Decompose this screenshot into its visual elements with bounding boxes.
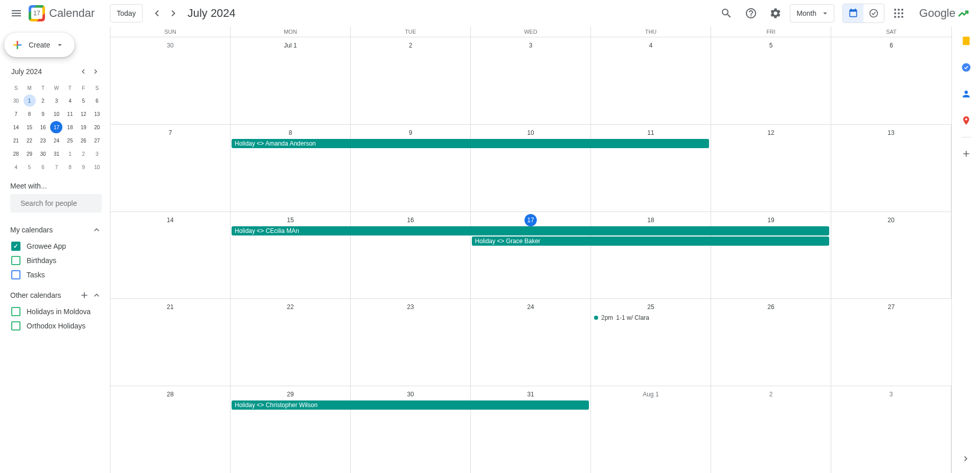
mini-day-cell[interactable]: 17	[50, 121, 62, 133]
mini-day-cell[interactable]: 4	[64, 94, 76, 107]
mini-day-cell[interactable]: 2	[77, 148, 89, 160]
mini-day-cell[interactable]: 6	[91, 94, 103, 107]
calendar-checkbox[interactable]	[11, 256, 20, 265]
mini-day-cell[interactable]: 11	[64, 108, 76, 120]
day-cell[interactable]: 21	[110, 299, 231, 386]
mini-day-cell[interactable]: 30	[10, 94, 22, 107]
day-cell[interactable]: 19	[711, 212, 831, 299]
timed-event[interactable]: 2pm1-1 w/ Clara	[591, 313, 711, 322]
today-button[interactable]: Today	[110, 4, 142, 22]
day-cell[interactable]: Aug 1	[591, 386, 711, 473]
mini-day-cell[interactable]: 20	[91, 121, 103, 133]
mini-day-cell[interactable]: 8	[24, 108, 36, 120]
day-cell[interactable]: 30	[110, 37, 231, 124]
mini-day-cell[interactable]: 28	[10, 148, 22, 160]
day-cell[interactable]: 30	[351, 386, 471, 473]
mini-day-cell[interactable]: 7	[50, 161, 62, 173]
mini-day-cell[interactable]: 15	[24, 121, 36, 133]
day-cell[interactable]: 20	[831, 212, 951, 299]
calendar-item[interactable]: Birthdays	[10, 253, 102, 268]
day-cell[interactable]: 7	[110, 125, 231, 211]
all-day-event[interactable]: Holiday <> Amanda Anderson	[232, 139, 709, 148]
day-cell[interactable]: 26	[711, 299, 831, 386]
day-cell[interactable]: 3	[471, 37, 591, 124]
mini-day-cell[interactable]: 4	[10, 161, 22, 173]
day-cell[interactable]: 24	[471, 299, 591, 386]
settings-button[interactable]	[765, 3, 786, 23]
mini-day-cell[interactable]: 5	[77, 94, 89, 107]
day-cell[interactable]: 3	[831, 386, 951, 473]
mini-day-cell[interactable]: 5	[24, 161, 36, 173]
mini-day-cell[interactable]: 18	[64, 121, 76, 133]
maps-button[interactable]	[956, 110, 976, 131]
calendar-view-toggle[interactable]	[843, 4, 863, 22]
day-cell[interactable]: Jul 1	[231, 37, 351, 124]
day-cell[interactable]: 12	[711, 125, 831, 211]
collapse-panel-button[interactable]	[958, 451, 974, 467]
day-cell[interactable]: 16	[351, 212, 471, 299]
mini-day-cell[interactable]: 6	[37, 161, 49, 173]
day-cell[interactable]: 23	[351, 299, 471, 386]
day-cell[interactable]: 11	[591, 125, 711, 211]
calendar-checkbox[interactable]	[11, 242, 20, 251]
google-apps-button[interactable]	[888, 3, 909, 23]
day-cell[interactable]: 2	[711, 386, 831, 473]
mini-day-cell[interactable]: 2	[37, 94, 49, 107]
view-selector[interactable]: Month	[790, 4, 834, 22]
mini-day-cell[interactable]: 24	[50, 134, 62, 147]
mini-day-cell[interactable]: 10	[50, 108, 62, 120]
day-cell[interactable]: 31	[471, 386, 591, 473]
tasks-view-toggle[interactable]	[863, 4, 884, 22]
day-cell[interactable]: 6	[831, 37, 951, 124]
next-period-button[interactable]	[165, 5, 181, 21]
mini-day-cell[interactable]: 30	[37, 148, 49, 160]
mini-day-cell[interactable]: 21	[10, 134, 22, 147]
day-cell[interactable]: 14	[110, 212, 231, 299]
mini-day-cell[interactable]: 26	[77, 134, 89, 147]
create-button[interactable]: Create	[4, 33, 75, 57]
calendar-checkbox[interactable]	[11, 270, 20, 279]
mini-day-cell[interactable]: 3	[91, 148, 103, 160]
calendar-item[interactable]: Growee App	[10, 239, 102, 253]
mini-day-cell[interactable]: 31	[50, 148, 62, 160]
mini-day-cell[interactable]: 7	[10, 108, 22, 120]
calendar-checkbox[interactable]	[11, 307, 20, 316]
day-cell[interactable]: 13	[831, 125, 951, 211]
all-day-event[interactable]: Holiday <> CEcilia MAn	[232, 226, 829, 235]
day-cell[interactable]: 28	[110, 386, 231, 473]
calendar-checkbox[interactable]	[11, 321, 20, 330]
keep-button[interactable]	[956, 31, 976, 51]
add-icon[interactable]	[79, 290, 89, 300]
main-menu-button[interactable]	[4, 1, 29, 26]
addons-button[interactable]	[956, 144, 976, 164]
calendar-item[interactable]: Tasks	[10, 268, 102, 282]
day-cell[interactable]: 15	[231, 212, 351, 299]
calendar-item[interactable]: Holidays in Moldova	[10, 304, 102, 319]
mini-day-cell[interactable]: 9	[37, 108, 49, 120]
day-cell[interactable]: 18	[591, 212, 711, 299]
mini-day-cell[interactable]: 19	[77, 121, 89, 133]
all-day-event[interactable]: Holiday <> Christopher Wilson	[232, 400, 589, 410]
day-cell[interactable]: 2	[351, 37, 471, 124]
day-cell[interactable]: 22	[231, 299, 351, 386]
mini-day-cell[interactable]: 25	[64, 134, 76, 147]
tasks-button[interactable]	[956, 57, 976, 78]
day-cell[interactable]: 27	[831, 299, 951, 386]
mini-next-button[interactable]	[89, 65, 102, 78]
mini-day-cell[interactable]: 14	[10, 121, 22, 133]
mini-day-cell[interactable]: 1	[24, 94, 36, 107]
mini-day-cell[interactable]: 1	[64, 148, 76, 160]
calendar-item[interactable]: Orthodox Holidays	[10, 319, 102, 333]
mini-day-cell[interactable]: 23	[37, 134, 49, 147]
day-cell[interactable]: 29	[231, 386, 351, 473]
mini-day-cell[interactable]: 13	[91, 108, 103, 120]
other-calendars-header[interactable]: Other calendars	[10, 286, 102, 304]
search-button[interactable]	[716, 3, 737, 23]
mini-day-cell[interactable]: 29	[24, 148, 36, 160]
day-cell[interactable]: 8	[231, 125, 351, 211]
day-cell[interactable]: 9	[351, 125, 471, 211]
people-search[interactable]	[10, 194, 102, 212]
mini-day-cell[interactable]: 12	[77, 108, 89, 120]
day-cell[interactable]: 10	[471, 125, 591, 211]
contacts-button[interactable]	[956, 84, 976, 104]
